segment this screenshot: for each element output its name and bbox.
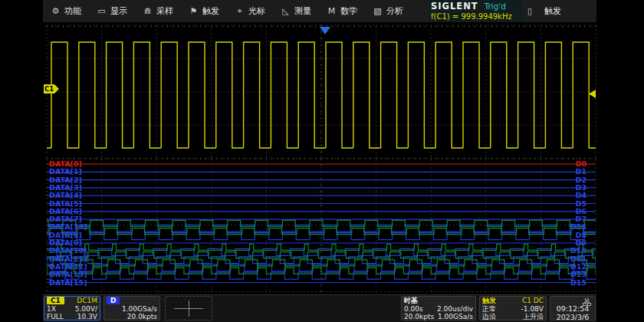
timebase-scale: 2.00us/div [437,305,473,314]
svg-text:C1: C1 [44,85,54,93]
menu-item-measure[interactable]: ◺ 测量 [273,0,319,22]
trigger-slope: 上升沿 [523,313,544,321]
digital-pod-descriptor[interactable]: D 1.00GSa/s 20.0kpts [104,296,160,320]
timebase-descriptor[interactable]: 时基 0.00s 2.00us/div 20.0kpts 1.00GSa/s [401,296,476,320]
crosshair-icon [189,301,189,317]
math-icon: M [327,6,337,16]
analysis-icon: ▧ [373,6,383,16]
menu-item-trigger[interactable]: ⚑ 触发 [181,0,227,22]
menu-item-utility-trigger[interactable]: 触发 [544,0,561,22]
timebase-sample-rate: 1.00GSa/s [438,313,473,321]
channel-c1-badge: C1 [47,297,64,304]
menu-item-label: 显示 [110,5,127,17]
oscilloscope-screen: ⚙ 功能 ▭ 显示 ⋒ 采样 ⚑ 触发 ⌖ 光标 ◺ 测量 M 数学 ▧ 分析 [43,0,596,322]
digital-traces [0,164,644,283]
timebase-title: 时基 [404,297,418,305]
trigger-flag-icon: ⚑ [189,6,199,16]
menu-item-label: 测量 [294,5,311,17]
status-bar: C1 DC1M 1X 5.00V/ FULL 10.3V D 1.00GSa/s [43,294,596,322]
channel-c1-coupling: DC1M [77,297,97,305]
trigger-mode: 正常 [482,305,496,314]
menu-item-label: 采样 [156,5,173,17]
timebase-delay: 0.00s [404,305,423,314]
menu-item-math[interactable]: M 数学 [319,0,365,22]
brand-status-block: SIGLENT Trig'd f(C1) = 999.9949kHz [429,0,522,22]
lan-icon [583,298,591,306]
trigger-type: 边沿 [482,313,496,321]
waveform-display[interactable]: DATA[0]D0DATA[1]D1DATA[2]D2DATA[3]D3DATA… [47,22,596,294]
trigger-status-badge: Trig'd [485,2,506,12]
empty-descriptor-box[interactable] [165,296,212,320]
digital-channel-label: DATA[15] [49,278,87,287]
analog-trace-c1 [0,42,628,148]
trigger-title: 触发 [482,297,496,305]
device-icon: ▯ [527,6,532,16]
menu-item-label: 分析 [386,5,403,17]
frequency-readout: f(C1) = 999.9949kHz [431,12,520,21]
trigger-level: -1.08V [521,305,544,314]
graticule [47,25,596,292]
channel-c1-probe: 1X [47,305,56,314]
menu-item-label: 功能 [64,5,81,17]
trigger-descriptor[interactable]: 触发 C1 DC 正常 -1.08V 边沿 上升沿 [479,296,547,320]
acquire-icon: ⋒ [143,6,153,16]
clock-date: 2023/3/6 [553,313,593,321]
brand-logo: SIGLENT [431,2,478,12]
channel-c1-descriptor[interactable]: C1 DC1M 1X 5.00V/ FULL 10.3V [44,296,100,320]
menu-item-analysis[interactable]: ▧ 分析 [365,0,411,22]
channel-c1-offset: 10.3V [77,313,97,321]
digital-channel-right-label: D15 [570,278,586,287]
menu-item-acquire[interactable]: ⋒ 采样 [135,0,181,22]
menu-item-function[interactable]: ⚙ 功能 [43,0,89,22]
gear-icon: ⚙ [51,6,61,16]
menu-bar: ⚙ 功能 ▭ 显示 ⋒ 采样 ⚑ 触发 ⌖ 光标 ◺ 测量 M 数学 ▧ 分析 [43,0,596,22]
channel-c1-scale: 5.00V/ [75,305,97,314]
menu-item-label: 触发 [202,5,219,17]
trigger-source: C1 DC [522,297,544,305]
timebase-mem-depth: 20.0kpts [404,313,434,321]
menu-item-display[interactable]: ▭ 显示 [89,0,135,22]
digital-pod-badge: D [107,297,120,304]
menu-item-label: 数学 [340,5,357,17]
measure-icon: ◺ [281,6,291,16]
trigger-level-marker [589,90,596,98]
channel-c1-bandwidth: FULL [47,313,64,321]
digital-mem-depth: 20.0kpts [127,313,157,321]
menu-item-cursor[interactable]: ⌖ 光标 [227,0,273,22]
clock-box[interactable]: 09:12:54 2023/3/6 [550,296,596,320]
menu-item-label: 光标 [248,5,265,17]
cursor-icon: ⌖ [235,6,245,16]
display-icon: ▭ [97,6,107,16]
digital-sample-rate: 1.00GSa/s [122,305,157,314]
